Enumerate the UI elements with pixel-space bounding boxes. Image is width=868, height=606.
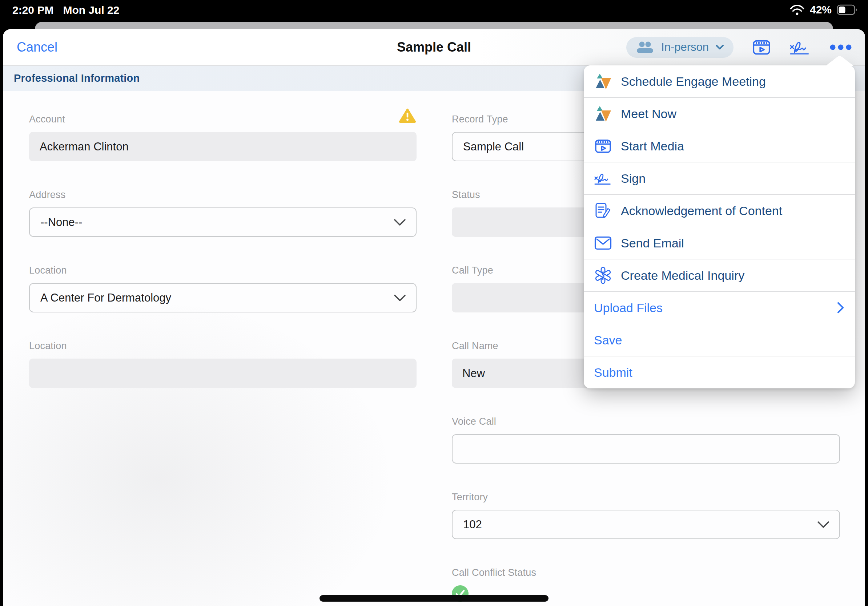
popup-arrow: [826, 56, 854, 66]
field-territory: Territory102: [452, 491, 840, 539]
menu-item-schedule-engage-meeting[interactable]: Schedule Engage Meeting: [584, 65, 855, 97]
call-channel-selector[interactable]: In-person: [626, 37, 733, 58]
field-value: 102: [463, 518, 482, 531]
menu-item-start-media[interactable]: Start Media: [584, 130, 855, 162]
menu-item-upload-files[interactable]: Upload Files: [584, 291, 855, 324]
signature-button[interactable]: [789, 39, 811, 56]
account-field: Ackerman Clinton: [29, 132, 417, 161]
menu-item-label: Start Media: [621, 139, 684, 153]
chevron-down-icon: [394, 294, 406, 301]
acknowledgement-icon: [594, 202, 612, 220]
wifi-icon: [789, 4, 805, 15]
field-location: Location: [29, 340, 417, 388]
call-report-sheet: Cancel Sample Call In-person: [3, 29, 865, 606]
location-field: [29, 359, 417, 388]
field-location: LocationA Center For Dermatology: [29, 264, 417, 312]
more-actions-button[interactable]: [829, 44, 852, 51]
menu-item-label: Create Medical Inquiry: [621, 269, 744, 283]
email-icon: [594, 234, 612, 252]
voice-call-field[interactable]: [452, 434, 840, 464]
field-value: Sample Call: [463, 140, 524, 153]
page-title: Sample Call: [397, 29, 471, 65]
territory-dropdown[interactable]: 102: [452, 510, 840, 539]
menu-item-save[interactable]: Save: [584, 324, 855, 356]
field-label: Location: [29, 340, 417, 352]
menu-item-meet-now[interactable]: Meet Now: [584, 97, 855, 130]
battery-percent: 42%: [810, 4, 832, 16]
form-column-left: AccountAckerman ClintonAddress--None--Lo…: [29, 91, 417, 606]
address-dropdown[interactable]: --None--: [29, 207, 417, 237]
menu-item-send-email[interactable]: Send Email: [584, 227, 855, 259]
start-media-button[interactable]: [752, 38, 770, 56]
screen: 2:20 PM Mon Jul 22 42%: [0, 0, 868, 606]
cancel-button[interactable]: Cancel: [17, 29, 57, 65]
status-date: Mon Jul 22: [63, 4, 119, 16]
engage-icon: [594, 72, 612, 90]
people-icon: [636, 41, 655, 54]
home-indicator[interactable]: [319, 595, 549, 601]
menu-item-label: Send Email: [621, 236, 684, 250]
menu-item-submit[interactable]: Submit: [584, 356, 855, 388]
menu-item-acknowledgement-of-content[interactable]: Acknowledgement of Content: [584, 194, 855, 227]
nav-bar: Cancel Sample Call In-person: [3, 29, 865, 66]
field-label: Account: [29, 113, 417, 125]
signature-icon: [594, 169, 612, 187]
section-title: Professional Information: [14, 72, 140, 84]
menu-item-label: Meet Now: [621, 107, 676, 121]
field-value: Ackerman Clinton: [40, 140, 129, 153]
menu-item-label: Save: [594, 333, 622, 347]
field-label: Call Conflict Status: [452, 567, 840, 579]
field-value: --None--: [40, 216, 82, 229]
media-icon: [594, 137, 612, 155]
location-dropdown[interactable]: A Center For Dermatology: [29, 283, 417, 312]
field-value: New: [462, 367, 485, 380]
field-label: Location: [29, 264, 417, 277]
chevron-down-icon: [817, 521, 829, 528]
field-label: Voice Call: [452, 416, 840, 428]
field-label: Territory: [452, 491, 840, 503]
chevron-down-icon: [715, 44, 724, 50]
field-address: Address--None--: [29, 189, 417, 237]
menu-item-label: Sign: [621, 172, 646, 186]
status-bar: 2:20 PM Mon Jul 22 42%: [0, 0, 868, 20]
menu-item-label: Acknowledgement of Content: [621, 204, 782, 218]
chevron-down-icon: [394, 218, 406, 226]
menu-item-label: Schedule Engage Meeting: [621, 74, 766, 89]
menu-item-label: Upload Files: [594, 301, 663, 315]
toolbar: In-person: [626, 29, 852, 65]
engage-icon: [594, 105, 612, 123]
warning-icon: [399, 108, 416, 125]
battery-icon: [837, 5, 858, 15]
call-channel-label: In-person: [661, 41, 709, 54]
field-voice-call: Voice Call: [452, 416, 840, 464]
menu-item-label: Submit: [594, 365, 632, 380]
more-actions-menu: Schedule Engage MeetingMeet NowStart Med…: [584, 65, 855, 388]
menu-item-create-medical-inquiry[interactable]: Create Medical Inquiry: [584, 259, 855, 291]
field-account: AccountAckerman Clinton: [29, 113, 417, 161]
medical-icon: [594, 266, 612, 284]
field-value: A Center For Dermatology: [40, 291, 171, 305]
status-time: 2:20 PM: [12, 4, 53, 16]
chevron-right-icon: [837, 301, 845, 314]
menu-item-sign[interactable]: Sign: [584, 162, 855, 194]
field-label: Address: [29, 189, 417, 201]
